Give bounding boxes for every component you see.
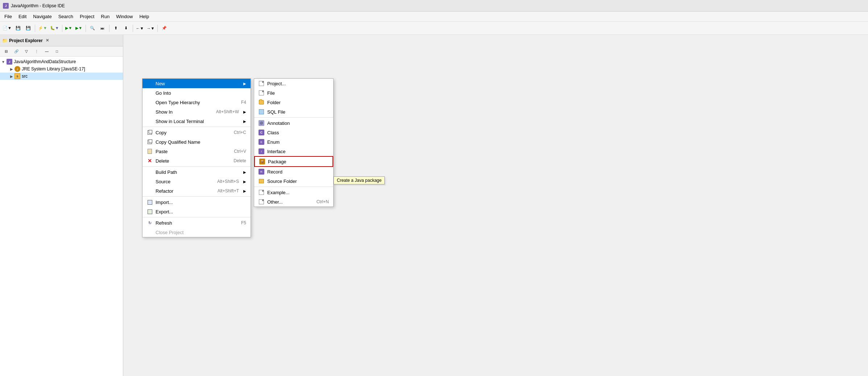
filter-btn[interactable]: ▽ — [22, 47, 31, 56]
ctx-copy-qualified[interactable]: Copy Qualified Name — [142, 137, 251, 147]
toolbar-back-btn[interactable]: ←▼ — [135, 24, 145, 33]
sub-sql-icon — [259, 109, 264, 115]
ctx-show-local-icon — [147, 118, 153, 124]
src-node[interactable]: ▶ S src — [0, 73, 123, 80]
tree-content: ▼ J JavaAlgorithmAndDataStructure ▶ J JR… — [0, 57, 123, 376]
ctx-show-local-label: Show in Local Terminal — [156, 119, 240, 124]
ctx-go-into-icon — [147, 90, 153, 96]
toolbar-sep5 — [133, 25, 133, 32]
toolbar-search-btn[interactable]: 🔍 — [88, 24, 97, 33]
ctx-show-in-arrow: ▶ — [243, 110, 246, 114]
minimize-btn[interactable]: — — [42, 47, 51, 56]
menu-search[interactable]: Search — [55, 13, 76, 20]
jre-node[interactable]: ▶ J JRE System Library [JavaSE-17] — [0, 65, 123, 73]
toolbar-pin-btn[interactable]: 📌 — [160, 24, 169, 33]
sub-project[interactable]: Project... — [254, 79, 333, 88]
menu-navigate[interactable]: Navigate — [30, 13, 54, 20]
sub-sql-file[interactable]: SQL File — [254, 107, 333, 117]
menu-run[interactable]: Run — [98, 13, 112, 20]
toolbar-debug-btn[interactable]: 🐛▼ — [49, 24, 60, 33]
title-bar: J JavaAlgorithm - Eclipse IDE — [0, 0, 868, 12]
menu-project[interactable]: Project — [77, 13, 97, 20]
sub-record[interactable]: R Record — [254, 167, 333, 176]
toolbar-prev-annotation-btn[interactable]: ⬆ — [111, 24, 121, 33]
package-tooltip: Create a Java package — [334, 176, 385, 184]
ctx-refresh[interactable]: ↻ Refresh F5 — [142, 218, 251, 228]
ctx-delete[interactable]: ✕ Delete Delete — [142, 156, 251, 165]
toolbar-next-btn[interactable]: ⏭ — [98, 24, 107, 33]
sub-folder[interactable]: Folder — [254, 98, 333, 107]
panel-close-btn[interactable]: ✕ — [46, 38, 49, 43]
ctx-export[interactable]: Export... — [142, 207, 251, 216]
toolbar-run-btn[interactable]: ▶▼ — [64, 24, 74, 33]
sub-file[interactable]: File — [254, 88, 333, 98]
ctx-import[interactable]: Import... — [142, 197, 251, 207]
menu-help[interactable]: Help — [136, 13, 152, 20]
jre-name: JRE System Library [JavaSE-17] — [22, 66, 85, 71]
ctx-close-project-label: Close Project — [156, 230, 246, 235]
ctx-refactor-shortcut: Alt+Shift+T — [218, 188, 239, 193]
sub-example[interactable]: Example... — [254, 188, 333, 197]
ctx-go-into-label: Go Into — [156, 90, 246, 96]
ctx-source[interactable]: Source Alt+Shift+S ▶ — [142, 177, 251, 186]
toolbar-forward-btn[interactable]: →▼ — [146, 24, 156, 33]
ctx-source-icon — [147, 179, 153, 184]
menu-file[interactable]: File — [1, 13, 15, 20]
ctx-copy[interactable]: Copy Ctrl+C — [142, 128, 251, 137]
ctx-show-local[interactable]: Show in Local Terminal ▶ — [142, 117, 251, 126]
sub-other[interactable]: Other... Ctrl+N — [254, 197, 333, 207]
ctx-sep1 — [142, 127, 251, 127]
ctx-paste[interactable]: Paste Ctrl+V — [142, 147, 251, 156]
sub-record-icon: R — [259, 169, 264, 175]
link-editor-btn[interactable]: 🔗 — [12, 47, 21, 56]
sub-package[interactable]: 📦 Package — [254, 156, 333, 167]
ctx-sep4 — [142, 217, 251, 217]
ctx-close-project: Close Project — [142, 228, 251, 237]
tooltip-text: Create a Java package — [337, 178, 381, 183]
ctx-build-path-icon — [147, 169, 153, 175]
sub-interface-icon: I — [259, 148, 264, 154]
sub-annotation-icon: @ — [259, 120, 264, 126]
sub-other-shortcut: Ctrl+N — [317, 199, 329, 204]
menu-bar: File Edit Navigate Search Project Run Wi… — [0, 12, 868, 22]
ctx-new-icon — [147, 81, 153, 86]
maximize-btn[interactable]: □ — [52, 47, 62, 56]
menu-edit[interactable]: Edit — [16, 13, 29, 20]
sub-file-icon — [259, 90, 264, 96]
toolbar-coverage-btn[interactable]: ▶▼ — [74, 24, 84, 33]
ctx-export-label: Export... — [156, 209, 246, 214]
menu-window[interactable]: Window — [113, 13, 136, 20]
toolbar-sep2 — [62, 25, 62, 32]
ctx-open-type[interactable]: Open Type Hierarchy F4 — [142, 98, 251, 107]
toolbar-next-annotation-btn[interactable]: ⬇ — [121, 24, 131, 33]
panel-title: Project Explorer — [9, 38, 43, 43]
sub-source-folder[interactable]: Source Folder — [254, 176, 333, 186]
sub-project-icon — [259, 81, 264, 86]
sub-source-folder-icon — [259, 178, 264, 184]
sub-enum[interactable]: E Enum — [254, 137, 333, 147]
ctx-new[interactable]: New ▶ — [142, 79, 251, 88]
toolbar-save-all-btn[interactable]: 💾 — [24, 24, 33, 33]
ctx-build-path[interactable]: Build Path ▶ — [142, 167, 251, 177]
ctx-delete-icon: ✕ — [147, 158, 153, 164]
ctx-delete-label: Delete — [156, 158, 231, 164]
ctx-go-into[interactable]: Go Into — [142, 88, 251, 98]
ctx-refactor[interactable]: Refactor Alt+Shift+T ▶ — [142, 186, 251, 196]
ctx-open-type-icon — [147, 99, 153, 105]
sub-example-label: Example... — [267, 190, 289, 195]
sub-annotation[interactable]: @ Annotation — [254, 118, 333, 128]
sub-project-label: Project... — [267, 81, 286, 86]
sub-interface[interactable]: I Interface — [254, 147, 333, 156]
ctx-show-in[interactable]: Show In Alt+Shift+W ▶ — [142, 107, 251, 117]
toolbar-new-btn[interactable]: 📄▼ — [1, 24, 13, 33]
view-menu-btn[interactable]: ⋮ — [32, 47, 41, 56]
sub-example-icon — [259, 189, 264, 195]
project-node[interactable]: ▼ J JavaAlgorithmAndDataStructure — [0, 58, 123, 65]
sub-class[interactable]: C Class — [254, 128, 333, 137]
toolbar-save-btn[interactable]: 💾 — [13, 24, 23, 33]
sub-class-icon: C — [259, 130, 264, 135]
ctx-source-shortcut: Alt+Shift+S — [217, 179, 239, 184]
collapse-all-btn[interactable]: ⊟ — [1, 47, 11, 56]
toolbar-run-last-btn[interactable]: ⚡▼ — [37, 24, 48, 33]
sub-enum-icon: E — [259, 139, 264, 145]
